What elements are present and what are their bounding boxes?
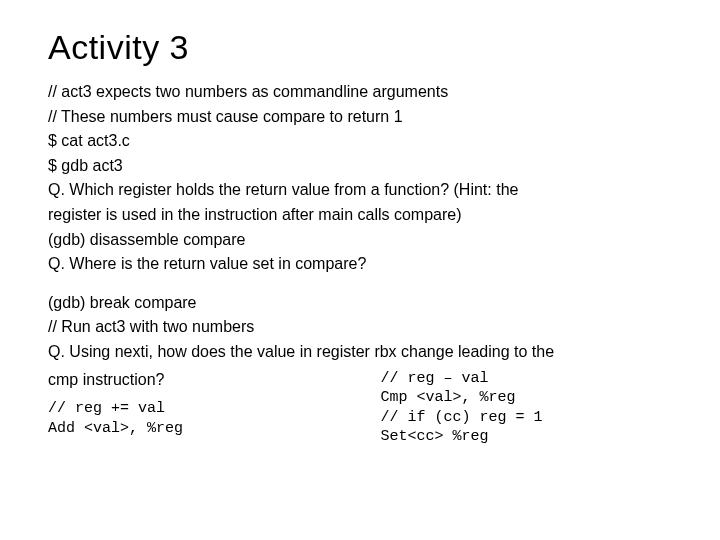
slide-title: Activity 3 [48, 28, 672, 67]
question-line-cont: register is used in the instruction afte… [48, 204, 672, 226]
question-line: Q. Where is the return value set in comp… [48, 253, 672, 275]
asm-instruction: Add <val>, %reg [48, 419, 372, 439]
comment-line: // act3 expects two numbers as commandli… [48, 81, 672, 103]
right-column: // reg – val Cmp <val>, %reg // if (cc) … [372, 369, 672, 447]
spacer [48, 278, 672, 292]
asm-instruction: Set<cc> %reg [380, 427, 672, 447]
gdb-line: (gdb) break compare [48, 292, 672, 314]
asm-comment: // if (cc) reg = 1 [380, 408, 672, 428]
shell-line: $ gdb act3 [48, 155, 672, 177]
shell-line: $ cat act3.c [48, 130, 672, 152]
gdb-line: (gdb) disassemble compare [48, 229, 672, 251]
asm-instruction: Cmp <val>, %reg [380, 388, 672, 408]
question-line-cont: cmp instruction? [48, 369, 372, 391]
asm-comment: // reg += val [48, 399, 372, 419]
left-column: cmp instruction? // reg += val Add <val>… [48, 369, 372, 447]
comment-line: // Run act3 with two numbers [48, 316, 672, 338]
comment-line: // These numbers must cause compare to r… [48, 106, 672, 128]
asm-comment: // reg – val [380, 369, 672, 389]
question-line: Q. Which register holds the return value… [48, 179, 672, 201]
two-column-block: cmp instruction? // reg += val Add <val>… [48, 369, 672, 447]
question-line: Q. Using nexti, how does the value in re… [48, 341, 672, 363]
